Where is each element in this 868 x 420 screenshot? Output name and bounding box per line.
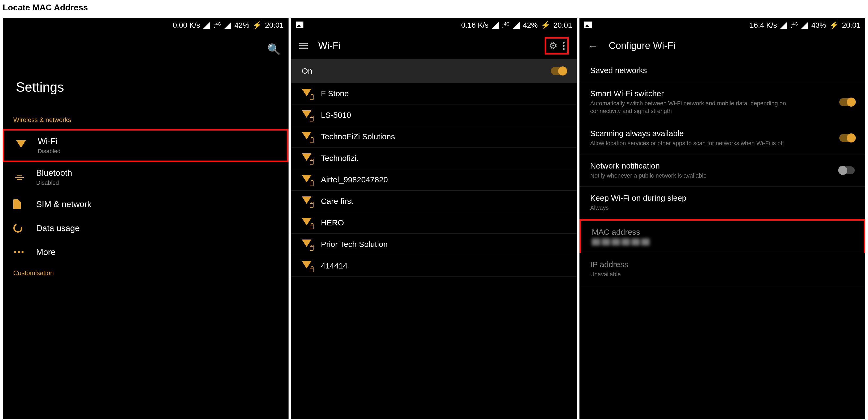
wifi-network-item[interactable]: F Stone (291, 83, 577, 104)
lock-icon (310, 139, 313, 143)
data-usage-label: Data usage (36, 223, 80, 233)
appbar-title: Configure Wi-Fi (609, 40, 857, 51)
bluetooth-label: Bluetooth (36, 168, 72, 178)
appbar-title: Wi-Fi (318, 40, 534, 51)
signal-icon (780, 22, 787, 29)
network-name: TechnoFiZi Solutions (321, 132, 395, 141)
bluetooth-item[interactable]: ⌯ Bluetooth Disabled (3, 162, 288, 192)
signal-icon (203, 22, 210, 29)
wifi-sub: Disabled (38, 148, 61, 155)
network-name: F Stone (321, 89, 349, 98)
network-notification-item[interactable]: Network notification Notify whenever a p… (580, 155, 865, 187)
status-speed: 0.16 K/s (461, 21, 489, 30)
wifi-network-item[interactable]: Care first (291, 191, 577, 212)
wifi-toggle[interactable] (551, 67, 566, 75)
gear-icon[interactable]: ⚙ (549, 40, 557, 51)
charging-icon: ⚡ (830, 21, 839, 30)
keep-wifi-sleep-item[interactable]: Keep Wi-Fi on during sleep Always (580, 187, 865, 219)
status-bar: 16.4 K/s :4G 43% ⚡ 20:01 (580, 18, 865, 32)
smart-wifi-toggle[interactable] (839, 98, 855, 106)
overflow-icon[interactable] (563, 42, 565, 50)
lock-icon (310, 160, 313, 165)
bluetooth-icon: ⌯ (14, 171, 25, 183)
data-usage-item[interactable]: Data usage (3, 216, 288, 240)
wifi-icon (302, 132, 311, 141)
status-time: 20:01 (842, 21, 861, 30)
status-battery: 42% (235, 21, 249, 30)
data-usage-icon (12, 222, 24, 234)
lock-icon (310, 182, 313, 186)
scanning-toggle[interactable] (839, 134, 855, 142)
wifi-icon (16, 140, 26, 150)
status-bar: 0.00 K/s :4G 42% ⚡ 20:01 (3, 18, 288, 32)
wifi-icon (302, 196, 311, 206)
bluetooth-sub: Disabled (36, 180, 72, 186)
wifi-icon (302, 153, 311, 163)
wifi-icon (302, 89, 311, 98)
status-bar: 0.16 K/s :4G 42% ⚡ 20:01 (291, 18, 577, 32)
settings-title: Settings (3, 64, 288, 111)
notif-sub: Notify whenever a public network is avai… (590, 172, 707, 180)
sleep-sub: Always (590, 204, 808, 212)
sim-label: SIM & network (36, 199, 91, 209)
wifi-item[interactable]: Wi-Fi Disabled (3, 129, 288, 162)
signal-icon-2 (801, 22, 808, 29)
wifi-network-item[interactable]: Prior Tech Solution (291, 234, 577, 255)
hamburger-icon[interactable] (299, 41, 308, 50)
screenshot-settings: 0.00 K/s :4G 42% ⚡ 20:01 🔍 Settings Wire… (3, 18, 288, 419)
network-name: Technofizi. (321, 154, 359, 163)
signal-icon (492, 22, 499, 29)
wifi-network-item[interactable]: LS-5010 (291, 104, 577, 126)
app-bar: Wi-Fi ⚙ (291, 32, 577, 59)
mac-value: ██:██:██:██:██:██ (592, 238, 810, 246)
section-wireless-networks: Wireless & networks (3, 111, 288, 129)
network-name: Airtel_9982047820 (321, 175, 388, 184)
app-bar: ← Configure Wi-Fi (580, 32, 865, 59)
screenshot-wifi-list: 0.16 K/s :4G 42% ⚡ 20:01 Wi-Fi ⚙ On F St… (291, 18, 577, 419)
status-net: :4G (790, 21, 798, 30)
gear-overflow-highlight: ⚙ (545, 37, 569, 55)
wifi-icon (302, 261, 311, 270)
status-net: :4G (213, 21, 221, 30)
lock-icon (310, 96, 313, 100)
wifi-icon (302, 110, 311, 120)
wifi-network-item[interactable]: Airtel_9982047820 (291, 169, 577, 191)
wifi-network-item[interactable]: 414414 (291, 255, 577, 277)
network-name: 414414 (321, 261, 348, 270)
charging-icon: ⚡ (541, 21, 550, 30)
page-heading: Locate MAC Address (0, 0, 868, 18)
search-icon[interactable]: 🔍 (267, 43, 281, 56)
mac-title: MAC address (592, 228, 853, 236)
section-customisation: Customisation (3, 264, 288, 282)
wifi-network-item[interactable]: HERO (291, 212, 577, 234)
screenshot-indicator-icon (584, 22, 592, 28)
sleep-title: Keep Wi-Fi on during sleep (590, 194, 855, 202)
scanning-item[interactable]: Scanning always available Allow location… (580, 122, 865, 155)
status-time: 20:01 (553, 21, 572, 30)
wifi-network-item[interactable]: Technofizi. (291, 148, 577, 169)
status-battery: 43% (811, 21, 826, 30)
status-speed: 16.4 K/s (750, 21, 777, 30)
sim-item[interactable]: SIM & network (3, 192, 288, 216)
scanning-title: Scanning always available (590, 129, 784, 138)
wifi-icon (302, 239, 311, 249)
scanning-sub: Allow location services or other apps to… (590, 139, 784, 147)
back-arrow-icon[interactable]: ← (587, 40, 598, 52)
saved-networks-label: Saved networks (590, 66, 855, 75)
mac-address-item: MAC address ██:██:██:██:██:██ (580, 219, 865, 253)
lock-icon (310, 203, 313, 207)
saved-networks-item[interactable]: Saved networks (580, 59, 865, 82)
lock-icon (310, 225, 313, 229)
ip-address-item: IP address Unavailable (580, 253, 865, 286)
wifi-on-row[interactable]: On (291, 59, 577, 83)
signal-icon-2 (224, 22, 231, 29)
more-item[interactable]: ••• More (3, 240, 288, 264)
on-label: On (302, 66, 312, 75)
smart-wifi-item[interactable]: Smart Wi-Fi switcher Automatically switc… (580, 82, 865, 122)
wifi-icon (302, 175, 311, 185)
lock-icon (310, 268, 313, 272)
more-label: More (36, 247, 56, 257)
ip-value: Unavailable (590, 270, 808, 278)
wifi-network-item[interactable]: TechnoFiZi Solutions (291, 126, 577, 148)
notif-toggle[interactable] (839, 166, 855, 174)
